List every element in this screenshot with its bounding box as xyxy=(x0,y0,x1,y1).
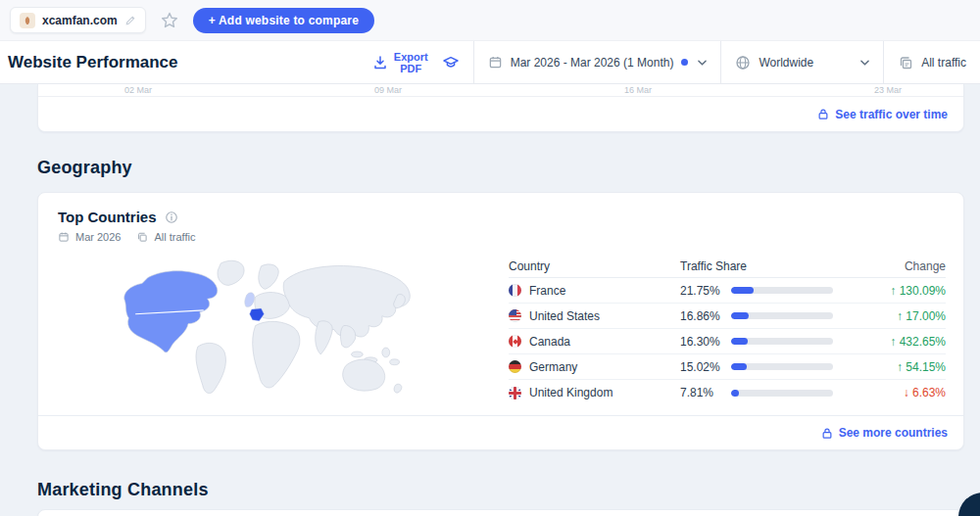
countries-table-header: Country Traffic Share Change xyxy=(509,255,946,278)
countries-table-body: France 21.75% ↑ 130.09% United States 16… xyxy=(509,278,946,405)
card-filter-label: All traffic xyxy=(154,231,195,243)
change-value: ↑ 432.65% xyxy=(839,335,946,349)
change-arrow-icon: ↑ xyxy=(897,360,903,374)
flag-us-icon xyxy=(509,309,521,322)
change-arrow-icon: ↓ xyxy=(904,386,909,399)
top-countries-card: Top Countries Mar 2026 All traffic xyxy=(37,192,964,450)
download-icon xyxy=(372,55,388,70)
world-map[interactable] xyxy=(56,255,509,405)
export-label-line2: PDF xyxy=(394,63,428,74)
chevron-down-icon xyxy=(860,60,869,66)
country-name: United States xyxy=(529,309,600,323)
table-row: France 21.75% ↑ 130.09% xyxy=(509,278,946,304)
info-icon[interactable] xyxy=(165,211,178,224)
table-row: Canada 16.30% ↑ 432.65% xyxy=(509,329,946,354)
change-arrow-icon: ↑ xyxy=(897,309,903,323)
export-label-line1: Export xyxy=(394,51,428,63)
all-traffic-icon xyxy=(136,231,148,243)
traffic-over-time-card: 02 Mar09 Mar16 Mar23 Mar See traffic ove… xyxy=(37,84,964,132)
add-website-button[interactable]: + Add website to compare xyxy=(193,8,374,33)
date-range-selector[interactable]: Mar 2026 - Mar 2026 (1 Month) xyxy=(474,41,721,83)
flag-gb-icon xyxy=(509,387,521,399)
notification-dot xyxy=(681,59,688,66)
card-date-label: Mar 2026 xyxy=(75,231,121,243)
change-value: ↑ 54.15% xyxy=(839,360,946,374)
page-header: Website Performance Export PDF Mar 2026 … xyxy=(0,41,980,84)
traffic-share-value: 16.30% xyxy=(680,335,723,349)
top-countries-title: Top Countries xyxy=(58,209,157,225)
country-name: United Kingdom xyxy=(529,386,612,399)
traffic-share-bar xyxy=(731,338,833,345)
export-pdf-button[interactable]: Export PDF xyxy=(359,41,442,83)
see-more-countries-link[interactable]: See more countries xyxy=(839,426,948,440)
marketing-channels-card: Channels overview xyxy=(37,509,964,516)
col-change: Change xyxy=(839,259,946,273)
country-name: France xyxy=(529,284,565,298)
col-country: Country xyxy=(509,259,680,273)
flag-de-icon xyxy=(509,360,521,373)
table-row: United States 16.86% ↑ 17.00% xyxy=(509,304,946,329)
change-arrow-icon: ↑ xyxy=(890,284,896,298)
country-name: Canada xyxy=(529,335,570,349)
table-row: United Kingdom 7.81% ↓ 6.63% xyxy=(509,380,946,405)
page-title: Website Performance xyxy=(0,53,359,72)
flag-fr-icon xyxy=(509,284,521,297)
axis-tick-label: 23 Mar xyxy=(874,85,902,95)
website-tab[interactable]: xcamfan.com xyxy=(10,7,146,33)
change-arrow-icon: ↑ xyxy=(890,335,896,349)
traffic-share-bar xyxy=(731,312,833,319)
traffic-filter-label: All traffic xyxy=(921,56,966,70)
map-france xyxy=(250,308,265,321)
change-value: ↑ 17.00% xyxy=(839,309,946,323)
flag-ca-icon xyxy=(509,335,521,348)
traffic-share-value: 7.81% xyxy=(680,386,723,399)
compare-bar: xcamfan.com + Add website to compare xyxy=(0,0,980,41)
academy-button[interactable] xyxy=(442,41,473,83)
col-traffic-share: Traffic Share xyxy=(680,259,839,273)
all-traffic-icon xyxy=(898,55,913,70)
axis-tick-label: 16 Mar xyxy=(624,85,652,95)
website-name: xcamfan.com xyxy=(42,14,118,27)
change-value: ↑ 130.09% xyxy=(839,284,946,298)
region-label: Worldwide xyxy=(759,56,813,70)
marketing-channels-heading: Marketing Channels xyxy=(37,480,980,500)
lock-icon xyxy=(817,108,829,120)
traffic-share-bar xyxy=(731,390,833,397)
traffic-share-value: 16.86% xyxy=(680,309,723,323)
country-name: Germany xyxy=(529,360,577,374)
chevron-down-icon xyxy=(698,60,707,66)
countries-table: Country Traffic Share Change France 21.7… xyxy=(509,255,946,405)
lock-icon xyxy=(821,427,833,440)
map-united-kingdom xyxy=(245,293,255,307)
axis-tick-label: 02 Mar xyxy=(124,85,152,95)
change-value: ↓ 6.63% xyxy=(839,386,946,399)
edit-icon[interactable] xyxy=(124,15,136,26)
see-traffic-over-time-link[interactable]: See traffic over time xyxy=(835,108,948,121)
axis-tick-label: 09 Mar xyxy=(374,85,402,95)
calendar-icon xyxy=(58,231,70,243)
traffic-share-bar xyxy=(731,363,833,370)
traffic-share-value: 15.02% xyxy=(680,360,723,374)
traffic-filter-selector[interactable]: All traffic xyxy=(884,41,980,83)
globe-icon xyxy=(735,55,751,70)
geography-heading: Geography xyxy=(37,158,980,178)
table-row: Germany 15.02% ↑ 54.15% xyxy=(509,354,946,380)
date-range-label: Mar 2026 - Mar 2026 (1 Month) xyxy=(511,56,674,70)
traffic-share-bar xyxy=(731,287,833,294)
traffic-share-value: 21.75% xyxy=(680,284,723,298)
site-favicon-icon xyxy=(20,13,35,28)
calendar-icon xyxy=(488,55,503,70)
graduation-cap-icon xyxy=(442,54,460,71)
chart-x-axis: 02 Mar09 Mar16 Mar23 Mar xyxy=(38,84,963,97)
region-selector[interactable]: Worldwide xyxy=(721,41,883,83)
star-icon[interactable] xyxy=(160,11,179,30)
